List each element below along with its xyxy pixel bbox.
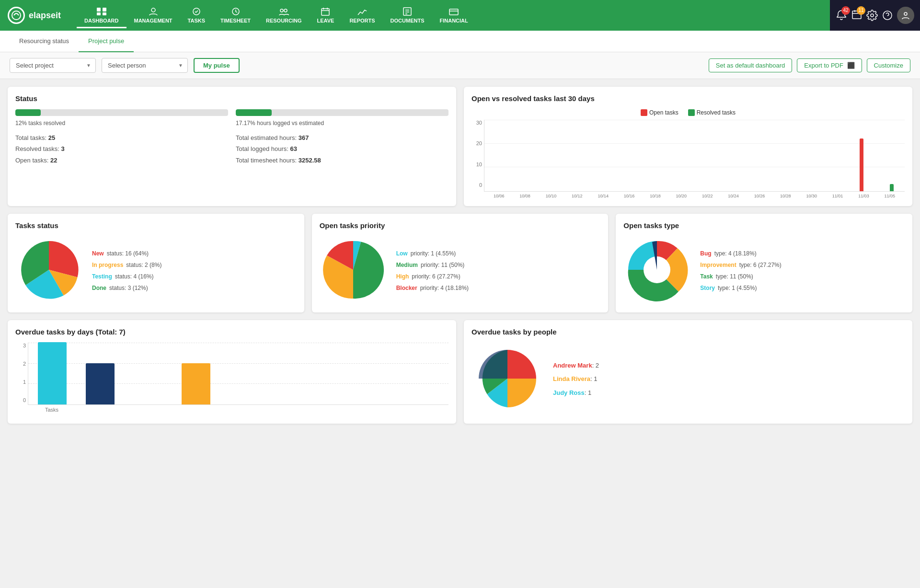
nav-dashboard[interactable]: DASHBOARD <box>77 3 126 27</box>
bars-area <box>484 138 905 191</box>
nav-reports[interactable]: REPORTS <box>342 3 382 27</box>
tasks-resolved-label: 12% tasks resolved <box>15 120 228 127</box>
legend-high: High priority: 6 (27.27%) <box>396 271 469 282</box>
x-labels: 10/06 10/08 10/10 10/12 10/14 10/16 10/1… <box>484 192 905 198</box>
svg-point-5 <box>151 8 155 12</box>
bell-badge: 42 <box>841 6 850 15</box>
nav-leave[interactable]: LEAVE <box>310 3 342 27</box>
project-select[interactable]: Select project <box>10 58 96 73</box>
legend-story: Story type: 1 (4.55%) <box>700 282 781 294</box>
open-vs-resolved-card: Open vs resolved tasks last 30 days Open… <box>464 87 912 206</box>
nav-tasks[interactable]: TASKS <box>180 3 213 27</box>
svg-rect-18 <box>449 9 458 15</box>
svg-point-25 <box>883 11 892 20</box>
hours-stats: Total estimated hours: 367 Total logged … <box>236 132 448 166</box>
overdue-people-inner: Andrew Mark: 2 Linda Rivera: 1 Judy Ross… <box>472 343 905 416</box>
bar-resolved-15 <box>890 184 894 191</box>
customize-button[interactable]: Customize <box>867 58 910 72</box>
status-right: 17.17% hours logged vs estimated Total e… <box>236 109 448 166</box>
help-button[interactable] <box>882 10 893 21</box>
svg-rect-2 <box>103 8 106 12</box>
filter-bar: Select project ▼ Select person ▼ My puls… <box>0 52 920 79</box>
legend-task: Task type: 11 (50%) <box>700 271 781 282</box>
tasks-progress-fill <box>15 109 41 116</box>
user-avatar[interactable] <box>897 7 914 24</box>
export-icon: ⬛ <box>847 62 855 69</box>
sub-nav: Resourcing status Project pulse <box>0 31 920 52</box>
legend-low: Low priority: 1 (4.55%) <box>396 248 469 259</box>
legend-bug: Bug type: 4 (18.18%) <box>700 248 781 259</box>
legend-resolved-dot <box>688 109 695 116</box>
svg-rect-10 <box>322 9 329 15</box>
overdue-y-axis: 3 2 1 0 <box>15 343 28 413</box>
logo-text: elapseit <box>29 11 61 21</box>
open-tasks-priority-title: Open tasks priority <box>320 221 601 230</box>
svg-point-8 <box>280 9 283 12</box>
legend-new: New status: 16 (64%) <box>92 248 161 259</box>
nav-right: 42 11 <box>830 0 920 31</box>
open-vs-resolved-legend: Open tasks Resolved tasks <box>472 109 905 116</box>
legend-improvement: Improvement type: 6 (27.27%) <box>700 259 781 271</box>
priority-legend: Low priority: 1 (4.55%) Medium priority:… <box>396 248 469 294</box>
chart-body: 10/06 10/08 10/10 10/12 10/14 10/16 10/1… <box>484 120 905 198</box>
hours-progress-fill <box>236 109 272 116</box>
overdue-by-people-title: Overdue tasks by people <box>472 328 905 336</box>
overdue-bar-3 <box>182 363 210 404</box>
notification-bell-button[interactable]: 42 <box>836 9 847 22</box>
type-donut <box>623 236 690 305</box>
tab-resourcing[interactable]: Resourcing status <box>10 31 79 52</box>
tasks-stats: Total tasks: 25 Resolved tasks: 3 Open t… <box>15 132 228 166</box>
grid-line-1 <box>484 120 905 120</box>
open-tasks-priority-card: Open tasks priority <box>312 214 609 312</box>
priority-pie <box>320 236 387 305</box>
legend-open-tasks: Open tasks <box>641 109 678 116</box>
nav-management[interactable]: MANAGEMENT <box>126 3 180 27</box>
nav-timesheet[interactable]: TIMESHEET <box>213 3 258 27</box>
overdue-days-chart: 3 2 1 0 <box>15 343 448 413</box>
open-tasks-type-card: Open tasks type <box>616 214 912 312</box>
nav-documents[interactable]: DOCUMENTS <box>383 3 432 27</box>
svg-point-27 <box>904 12 907 15</box>
overdue-by-people-card: Overdue tasks by people <box>464 320 912 424</box>
legend-blocker: Blocker priority: 4 (18.18%) <box>396 282 469 294</box>
nav-resourcing[interactable]: RESOURCING <box>258 3 310 27</box>
tab-project-pulse[interactable]: Project pulse <box>79 31 134 52</box>
svg-point-9 <box>284 9 287 12</box>
open-tasks-type-title: Open tasks type <box>623 221 905 230</box>
main-content: Status 12% tasks resolved Total tasks: 2… <box>0 79 920 439</box>
chart-inner <box>484 120 905 192</box>
legend-open-dot <box>641 109 647 116</box>
hours-progress-bar <box>236 109 448 116</box>
svg-rect-3 <box>97 12 101 15</box>
person-select-wrap: Select person ▼ <box>102 58 188 73</box>
my-pulse-button[interactable]: My pulse <box>194 58 240 73</box>
tasks-status-title: Tasks status <box>15 221 297 230</box>
nav-items: DASHBOARD MANAGEMENT TASKS TIMESHEET RES… <box>77 3 822 27</box>
legend-medium: Medium priority: 11 (50%) <box>396 259 469 271</box>
svg-rect-1 <box>97 8 101 12</box>
overdue-bar-0 <box>38 342 67 404</box>
calendar-badge: 11 <box>857 6 865 15</box>
status-inner: 12% tasks resolved Total tasks: 25 Resol… <box>15 109 448 166</box>
tasks-status-inner: New status: 16 (64%) In progress status:… <box>15 236 297 305</box>
overdue-people-pie <box>472 343 543 416</box>
person-select[interactable]: Select person <box>102 58 188 73</box>
nav-financial[interactable]: FINANCIAL <box>432 3 475 27</box>
filter-right: Set as default dashboard Export to PDF ⬛… <box>709 58 910 72</box>
settings-button[interactable] <box>866 10 878 21</box>
y-axis: 30 20 10 0 <box>472 120 484 198</box>
logo[interactable]: elapseit <box>8 7 65 24</box>
legend-in-progress: In progress status: 2 (8%) <box>92 259 161 271</box>
export-pdf-button[interactable]: Export to PDF ⬛ <box>797 58 862 72</box>
tasks-status-legend: New status: 16 (64%) In progress status:… <box>92 248 161 294</box>
status-title: Status <box>15 94 448 103</box>
row3: Overdue tasks by days (Total: 7) 3 2 1 0 <box>8 320 912 424</box>
legend-judy: Judy Ross: 1 <box>553 386 599 400</box>
set-default-button[interactable]: Set as default dashboard <box>709 58 793 72</box>
bar-group-15 <box>886 184 894 191</box>
legend-done: Done status: 3 (12%) <box>92 282 161 294</box>
tasks-progress-bar <box>15 109 228 116</box>
calendar-button[interactable]: 11 <box>851 9 862 22</box>
bar-open-14 <box>860 138 863 191</box>
legend-linda: Linda Rivera: 1 <box>553 372 599 386</box>
